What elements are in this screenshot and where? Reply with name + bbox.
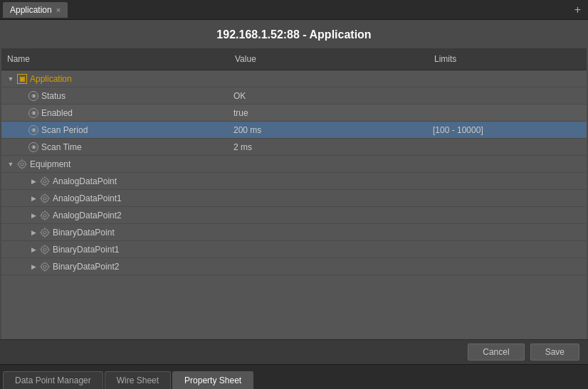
row-name: Application [30,74,72,84]
table-row[interactable]: ◉Enabledtrue [1,105,587,122]
table-row[interactable]: AnalogDataPoint2 [1,207,587,224]
svg-point-18 [41,212,48,219]
limits-cell [429,77,587,81]
svg-point-24 [41,229,48,236]
name-cell: ◉Scan Time [1,140,229,154]
row-name: BinaryDataPoint [53,228,115,238]
gear-icon [40,176,50,186]
limits-cell [429,247,587,252]
app-tab[interactable]: Application × [3,2,68,18]
app-tab-label: Application [10,5,52,15]
limits-cell [429,111,587,115]
table-row[interactable]: ◉StatusOK [1,87,587,105]
app-tab-close[interactable]: × [56,6,61,14]
table-row[interactable]: ◉Scan Period200 ms[100 - 10000] [1,122,587,139]
limits-cell [429,179,587,183]
gear-icon [40,211,50,220]
expand-arrow[interactable] [30,246,37,253]
value-cell[interactable]: 2 ms [229,140,429,154]
limits-cell [429,162,587,166]
value-cell[interactable]: 200 ms [229,123,429,137]
expand-arrow[interactable] [30,229,37,236]
action-bar: Cancel Save [0,339,588,364]
limits-cell [429,265,587,269]
limits-cell [429,230,587,235]
col-header-name: Name [1,51,229,67]
svg-point-19 [43,214,46,217]
table-row[interactable]: Equipment [1,156,587,173]
col-header-limits: Limits [429,51,587,67]
bottom-tab-bar: Data Point ManagerWire SheetProperty She… [0,364,588,389]
table-body: ▣Application◉StatusOK◉Enabledtrue◉Scan P… [1,70,587,275]
prop-icon: ◉ [28,91,38,101]
row-name: AnalogDataPoint1 [53,193,122,203]
table-row[interactable]: BinaryDataPoint1 [1,241,587,258]
name-cell: AnalogDataPoint1 [1,191,229,206]
svg-point-25 [43,231,46,234]
svg-point-7 [43,180,46,183]
row-name: Enabled [41,108,73,118]
expand-arrow[interactable] [7,161,14,168]
expand-arrow[interactable] [7,75,14,82]
limits-cell [429,145,587,149]
limits-cell [429,196,587,201]
table-row[interactable]: ▣Application [1,70,587,87]
row-name: Scan Time [41,142,82,152]
row-name: Equipment [30,159,70,169]
value-cell [229,247,429,252]
row-name: Scan Period [41,125,88,135]
bottom-tab-wire-sheet[interactable]: Wire Sheet [105,371,171,389]
table-row[interactable]: ◉Scan Time2 ms [1,139,587,156]
row-name: BinaryDataPoint2 [53,262,119,272]
expand-arrow[interactable] [30,178,37,185]
value-cell [229,196,429,201]
svg-point-13 [43,197,46,200]
table-row[interactable]: BinaryDataPoint [1,224,587,241]
row-name: BinaryDataPoint1 [53,245,119,255]
prop-icon: ◉ [28,108,38,118]
svg-point-37 [43,265,46,268]
svg-point-36 [41,263,48,270]
limits-cell [429,213,587,218]
gear-icon [40,245,50,255]
value-cell [229,77,429,81]
gear-icon [40,262,50,272]
name-cell: AnalogDataPoint2 [1,208,229,223]
value-cell [229,230,429,235]
value-cell [229,179,429,183]
value-cell [229,213,429,218]
gear-icon [40,193,50,203]
top-tab-bar: Application × + [0,0,588,20]
expand-arrow[interactable] [30,212,37,219]
col-header-value: Value [229,51,429,67]
table-spacer [1,275,587,311]
name-cell: BinaryDataPoint2 [1,260,229,274]
bottom-tab-data-point-manager[interactable]: Data Point Manager [3,371,103,389]
bottom-tab-property-sheet[interactable]: Property Sheet [172,371,253,389]
expand-arrow[interactable] [30,195,37,202]
table-header: Name Value Limits [1,48,587,70]
table-row[interactable]: AnalogDataPoint [1,173,587,190]
limits-cell: [100 - 10000] [429,123,587,137]
value-cell[interactable]: true [229,106,429,120]
name-cell: BinaryDataPoint1 [1,243,229,257]
prop-icon: ◉ [28,142,38,152]
value-cell [229,162,429,166]
add-tab-button[interactable]: + [570,4,585,16]
save-button[interactable]: Save [530,343,579,361]
property-table: Name Value Limits ▣Application◉StatusOK◉… [1,48,587,339]
page-title: 192.168.1.52:88 - Application [0,20,588,48]
name-cell: ◉Scan Period [1,123,229,137]
name-cell: Equipment [1,157,229,171]
expand-arrow[interactable] [30,263,37,270]
value-cell [229,265,429,269]
svg-point-1 [21,163,23,166]
svg-point-12 [41,195,48,202]
cancel-button[interactable]: Cancel [468,343,524,361]
table-row[interactable]: AnalogDataPoint1 [1,190,587,207]
table-row[interactable]: BinaryDataPoint2 [1,258,587,275]
gear-icon [17,159,27,169]
app-icon: ▣ [17,74,27,84]
svg-point-6 [41,178,48,185]
value-cell[interactable]: OK [229,89,429,103]
